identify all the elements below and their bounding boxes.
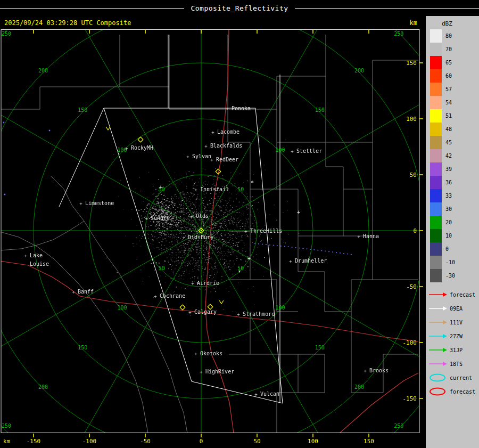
svg-text:150: 150 xyxy=(364,438,374,445)
dbz-scale-row: 20 xyxy=(430,216,479,229)
svg-text:+: + xyxy=(210,157,213,162)
dbz-scale-value: 70 xyxy=(445,46,452,52)
svg-text:150: 150 xyxy=(406,60,417,67)
dbz-scale-row: 39 xyxy=(430,162,479,176)
city-label: Olds xyxy=(196,213,209,219)
legend-label: forecast xyxy=(450,389,475,395)
svg-text:150: 150 xyxy=(315,107,325,113)
svg-text:+: + xyxy=(190,214,193,219)
dbz-scale-value: -30 xyxy=(445,273,455,279)
dbz-scale-row: 36 xyxy=(430,176,479,189)
dbz-color-swatch xyxy=(430,29,442,43)
dbz-color-swatch xyxy=(430,176,442,189)
dbz-scale-row: 65 xyxy=(430,56,479,69)
legend-arrow-row: 111V xyxy=(428,315,479,329)
city-label: Brooks xyxy=(369,368,389,373)
svg-text:200: 200 xyxy=(38,384,48,390)
legend-arrow-icon xyxy=(428,291,448,298)
svg-text:+: + xyxy=(226,106,229,111)
svg-text:+: + xyxy=(188,309,192,315)
city-label: Vulcan xyxy=(260,391,279,397)
city-label: Cochrane xyxy=(160,293,185,299)
dbz-scale-row: 70 xyxy=(430,43,479,56)
svg-text:250: 250 xyxy=(2,31,11,37)
city-label: Lake xyxy=(30,252,43,258)
legend-label: forecast xyxy=(450,292,475,298)
legend-arrow-icon xyxy=(428,333,448,339)
dbz-scale-value: 0 xyxy=(445,246,449,252)
dbz-color-swatch xyxy=(430,162,442,176)
city-label: Sylvan xyxy=(192,153,211,159)
yellow-arrow-marker xyxy=(106,127,110,130)
svg-text:150: 150 xyxy=(78,345,87,351)
dbz-color-swatch xyxy=(430,136,442,149)
city-label: Calgary xyxy=(194,309,217,315)
svg-text:km: km xyxy=(3,438,11,445)
dbz-scale-value: 30 xyxy=(445,206,452,212)
city-label: Innisfail xyxy=(200,186,229,192)
city-label: Strathmore xyxy=(243,311,275,317)
city-label: RockyMH xyxy=(131,145,153,151)
svg-text:+: + xyxy=(72,289,75,295)
dbz-scale-row: 33 xyxy=(430,189,479,202)
svg-text:-150: -150 xyxy=(403,395,417,402)
radar-sector-outline xyxy=(59,35,283,403)
city-label: Didsbury xyxy=(188,234,213,240)
legend-ellipse-icon xyxy=(428,373,448,382)
legend-label: current xyxy=(450,375,472,381)
svg-text:-100: -100 xyxy=(82,438,97,445)
dbz-color-swatch xyxy=(430,242,442,256)
dbz-color-swatch xyxy=(430,216,442,229)
km-unit-top-right: km xyxy=(410,19,417,27)
yellow-diamond-marker xyxy=(180,305,185,310)
dbz-scale-value: 51 xyxy=(445,113,452,119)
svg-text:+: + xyxy=(182,235,185,240)
title-rule-left xyxy=(0,8,184,9)
radar-map[interactable]: 5050505010010010010015015015015020020020… xyxy=(0,29,426,448)
legend-arrow-icon xyxy=(428,347,448,353)
legend-label: 27ZW xyxy=(450,333,463,339)
svg-text:100: 100 xyxy=(275,305,285,311)
dbz-color-swatch xyxy=(430,149,442,162)
dbz-color-swatch xyxy=(430,189,442,202)
dbz-color-swatch xyxy=(430,202,442,216)
timestamp-label: 2025/09/24 03:29:28 UTC Composite xyxy=(4,19,131,27)
dbz-scale-row: 60 xyxy=(430,69,479,83)
svg-text:200: 200 xyxy=(354,384,364,390)
dbz-scale-row: 42 xyxy=(430,149,479,162)
dbz-scale-value: 20 xyxy=(445,219,452,225)
svg-text:+: + xyxy=(297,209,300,215)
svg-text:+: + xyxy=(194,351,197,356)
dbz-scale-row: 48 xyxy=(430,123,479,136)
svg-text:50: 50 xyxy=(237,186,244,192)
legend-arrow-row: 31JP xyxy=(428,343,479,357)
legend-label: 18TS xyxy=(450,361,463,367)
legend-arrow-row: forecast xyxy=(428,288,479,302)
dbz-scale-row: 57 xyxy=(430,83,479,96)
svg-text:+: + xyxy=(291,149,294,154)
city-label: Blackfalds xyxy=(210,143,242,149)
dbz-scale-value: 36 xyxy=(445,180,452,185)
city-label: Louise xyxy=(30,261,49,267)
city-label: Stettler xyxy=(296,148,322,154)
svg-text:+: + xyxy=(200,369,203,374)
dbz-scale-value: 42 xyxy=(445,153,452,159)
svg-text:100: 100 xyxy=(406,116,417,123)
dbz-scale-row: 45 xyxy=(430,136,479,149)
svg-text:+: + xyxy=(79,201,82,206)
legend-label: 111V xyxy=(450,320,463,325)
svg-text:+: + xyxy=(159,184,162,190)
dbz-color-swatch xyxy=(430,43,442,56)
dbz-color-swatch xyxy=(430,96,442,109)
svg-text:+: + xyxy=(145,216,148,221)
city-label: Drumheller xyxy=(295,258,327,264)
svg-text:0: 0 xyxy=(200,438,203,445)
dbz-scale-value: 10 xyxy=(445,233,452,239)
dbz-color-swatch xyxy=(430,269,442,282)
svg-text:+: + xyxy=(204,143,208,149)
yellow-arrow-marker xyxy=(219,300,224,304)
dbz-color-swatch xyxy=(430,56,442,69)
svg-text:-50: -50 xyxy=(140,438,151,445)
dbz-scale-value: 48 xyxy=(445,126,452,132)
city-label: Ponoka xyxy=(232,105,251,111)
